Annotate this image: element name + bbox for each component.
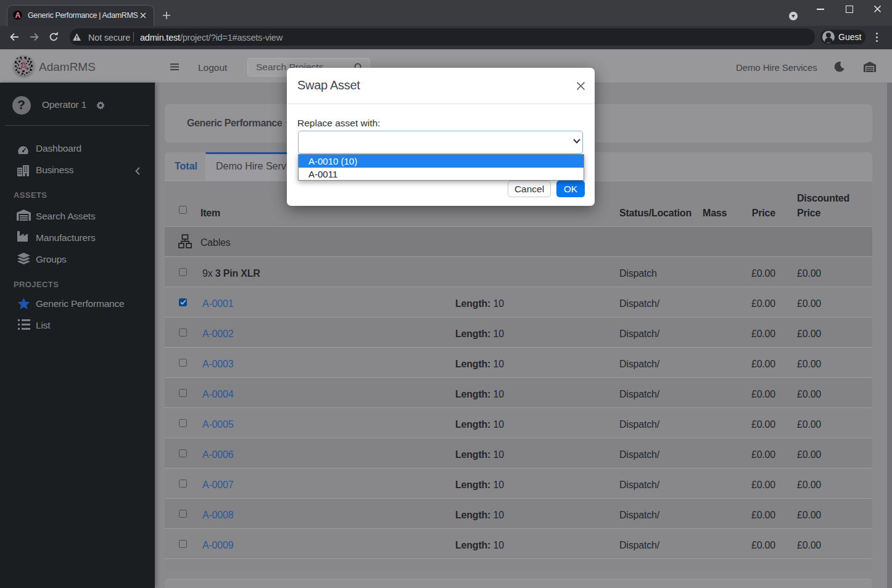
svg-text:A: A (20, 60, 28, 72)
